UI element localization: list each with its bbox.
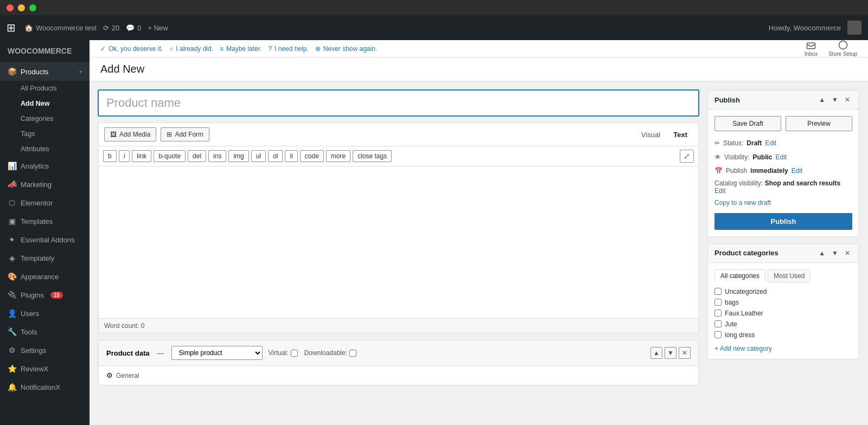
status-edit-link[interactable]: Edit <box>765 138 776 150</box>
format-b[interactable]: b <box>103 150 117 162</box>
sidebar-item-templates[interactable]: ▣ Templates <box>0 212 90 230</box>
format-ul[interactable]: ul <box>251 150 266 162</box>
product-data-close[interactable]: ✕ <box>679 347 691 359</box>
notice-ok[interactable]: ✓ Ok, you deserve it. <box>100 45 163 53</box>
tab-text[interactable]: Text <box>668 128 693 141</box>
sidebar-item-templately[interactable]: ◈ Templately <box>0 249 90 267</box>
format-li[interactable]: li <box>285 150 297 162</box>
cat-item-bags[interactable]: bags <box>714 299 852 306</box>
users-label: Users <box>21 310 39 318</box>
preview-button[interactable]: Preview <box>786 116 852 131</box>
format-more[interactable]: more <box>326 150 350 162</box>
format-ol[interactable]: ol <box>268 150 283 162</box>
cat-item-uncategorized[interactable]: Uncategorized <box>714 288 852 295</box>
sidebar-item-notificationx[interactable]: 🔔 NotificationX <box>0 378 90 396</box>
downloadable-label[interactable]: Downloadable: <box>304 349 356 357</box>
notice-help[interactable]: ? I need help. <box>268 45 308 53</box>
cat-checkbox-long-dress[interactable] <box>714 331 722 338</box>
format-bquote[interactable]: b-quote <box>154 150 186 162</box>
sidebar-item-appearance[interactable]: 🎨 Appearance <box>0 267 90 286</box>
format-ins[interactable]: ins <box>208 150 226 162</box>
sidebar-item-add-new[interactable]: Add New <box>0 96 90 111</box>
plugins-badge: 15 <box>50 292 63 299</box>
admin-bar-right: Howdy, Woocommerce <box>769 21 861 35</box>
maximize-btn[interactable] <box>29 4 36 11</box>
add-form-button[interactable]: ⊞ Add Form <box>161 127 209 141</box>
categories-collapse-up[interactable]: ▲ <box>816 248 827 258</box>
cat-item-jute[interactable]: Jute <box>714 320 852 328</box>
admin-bar-comments[interactable]: 💬 0 <box>126 24 141 32</box>
sidebar-item-analytics[interactable]: 📊 Analytics <box>0 157 90 175</box>
sidebar-item-tools[interactable]: 🔧 Tools <box>0 323 90 341</box>
editor-body[interactable] <box>99 166 698 318</box>
notice-never[interactable]: ⊗ Never show again. <box>315 45 377 53</box>
product-type-select[interactable]: Simple product Grouped product External/… <box>171 346 263 360</box>
sidebar-item-reviewx[interactable]: ⭐ ReviewX <box>0 359 90 378</box>
add-category-link[interactable]: + Add new category <box>714 345 772 352</box>
products-label: Products <box>21 68 48 76</box>
publish-collapse-down[interactable]: ▼ <box>829 95 840 105</box>
format-img[interactable]: img <box>228 150 248 162</box>
sidebar-item-all-products[interactable]: All Products <box>0 81 90 96</box>
cat-checkbox-uncategorized[interactable] <box>714 288 722 295</box>
all-categories-tab[interactable]: All categories <box>714 269 765 282</box>
cat-checkbox-jute[interactable] <box>714 320 722 327</box>
notice-later[interactable]: ≡ Maybe later. <box>220 45 261 53</box>
virtual-checkbox[interactable] <box>291 350 298 357</box>
catalog-edit-link[interactable]: Edit <box>714 187 726 195</box>
sidebar-item-categories[interactable]: Categories <box>0 111 90 126</box>
close-btn[interactable] <box>7 4 14 11</box>
notice-did[interactable]: ○ I already did. <box>169 45 213 53</box>
publish-title: Publish <box>714 96 816 104</box>
store-setup-button[interactable]: Store Setup <box>828 40 857 57</box>
publish-close[interactable]: ✕ <box>843 95 852 105</box>
copy-draft-link[interactable]: Copy to a new draft <box>714 199 852 207</box>
publish-timing-edit-link[interactable]: Edit <box>792 165 803 177</box>
wp-logo-icon[interactable]: ⊞ <box>7 21 16 34</box>
publish-button[interactable]: Publish <box>714 213 852 230</box>
categories-metabox-header[interactable]: Product categories ▲ ▼ ✕ <box>708 244 859 263</box>
sidebar-item-settings[interactable]: ⚙ Settings <box>0 341 90 359</box>
product-name-input[interactable] <box>98 90 699 116</box>
product-data-collapse-down[interactable]: ▼ <box>665 347 676 359</box>
inbox-button[interactable]: Inbox <box>805 40 818 57</box>
categories-close[interactable]: ✕ <box>843 248 852 258</box>
format-link[interactable]: link <box>132 150 151 162</box>
cat-item-faux-leather[interactable]: Faux Leather <box>714 310 852 317</box>
publish-metabox-header[interactable]: Publish ▲ ▼ ✕ <box>708 91 859 110</box>
cat-checkbox-bags[interactable] <box>714 299 722 306</box>
minimize-btn[interactable] <box>18 4 25 11</box>
cat-item-long-dress[interactable]: long dress <box>714 331 852 339</box>
categories-collapse-down[interactable]: ▼ <box>829 248 840 258</box>
editor-tabs: Visual Text <box>636 128 693 141</box>
admin-bar-home[interactable]: 🏠 Woocommerce test <box>24 24 97 32</box>
downloadable-checkbox[interactable] <box>349 350 356 357</box>
general-tab[interactable]: ⚙ General <box>106 371 691 379</box>
sidebar-item-elementor[interactable]: ⬡ Elementor <box>0 194 90 212</box>
admin-bar-updates[interactable]: ⟳ 20 <box>103 24 119 32</box>
format-code[interactable]: code <box>300 150 324 162</box>
expand-editor-button[interactable]: ⤢ <box>680 150 694 163</box>
cat-checkbox-faux-leather[interactable] <box>714 310 722 317</box>
publish-collapse-up[interactable]: ▲ <box>816 95 827 105</box>
tab-visual[interactable]: Visual <box>636 128 666 141</box>
most-used-tab[interactable]: Most Used <box>768 269 810 282</box>
sidebar-item-marketing[interactable]: 📣 Marketing <box>0 175 90 194</box>
visibility-edit-link[interactable]: Edit <box>775 152 787 164</box>
admin-bar-new[interactable]: + New <box>148 24 168 32</box>
format-close-tags[interactable]: close tags <box>353 150 392 162</box>
format-del[interactable]: del <box>188 150 206 162</box>
product-data-collapse-up[interactable]: ▲ <box>650 347 662 359</box>
comments-icon: 💬 <box>126 24 135 32</box>
add-media-button[interactable]: 🖼 Add Media <box>104 127 156 141</box>
format-i[interactable]: i <box>119 150 130 162</box>
virtual-label[interactable]: Virtual: <box>268 349 297 357</box>
sidebar-item-tags[interactable]: Tags <box>0 126 90 141</box>
sidebar-item-essential-addons[interactable]: ✦ Essential Addons <box>0 230 90 249</box>
visibility-row: 👁 Visibility: Public Edit <box>714 152 852 164</box>
sidebar-item-products[interactable]: 📦 Products ▾ <box>0 62 90 81</box>
sidebar-item-users[interactable]: 👤 Users <box>0 304 90 323</box>
save-draft-button[interactable]: Save Draft <box>714 116 781 131</box>
sidebar-item-plugins[interactable]: 🔌 Plugins 15 <box>0 286 90 304</box>
sidebar-item-attributes[interactable]: Attributes <box>0 141 90 157</box>
